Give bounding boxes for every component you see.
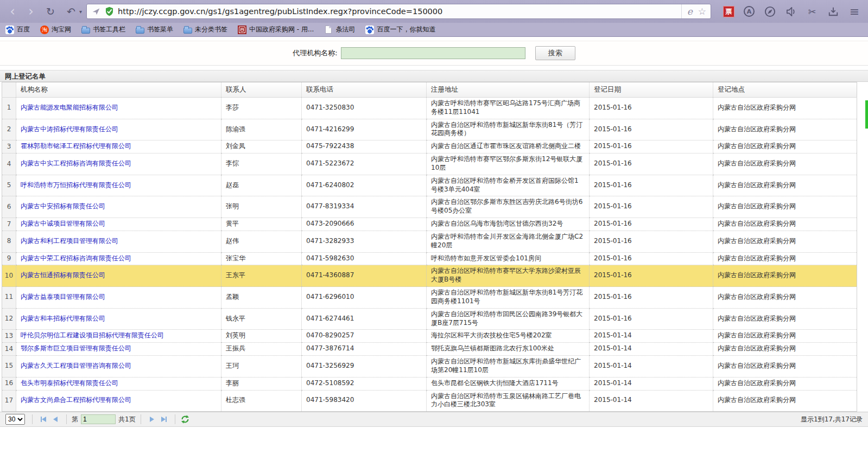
baidu-bookmark-icon: [365, 25, 374, 34]
download-icon[interactable]: [827, 5, 839, 17]
history-back-button[interactable]: ↶: [63, 1, 79, 22]
bookmark-item[interactable]: 条法司: [324, 25, 355, 34]
compass-icon[interactable]: [764, 5, 776, 17]
page-total-label: 共1页: [118, 415, 136, 424]
scissors-icon[interactable]: ✂: [806, 5, 818, 17]
table-row: 7 内蒙古中诚项目管理有限公司 黄平 0473-2090666 内蒙古自治区乌海…: [2, 218, 857, 231]
reader-mode-icon[interactable]: A: [744, 6, 755, 17]
org-name-link[interactable]: 鄂尔多斯市巨立项目管理有限责任公司: [21, 344, 131, 352]
bookmark-item[interactable]: 书签菜单: [136, 25, 173, 34]
org-name-link[interactable]: 内蒙古文尚鼎合工程招标代理有限公司: [21, 396, 131, 404]
contact-cell: 赵伟: [221, 231, 302, 252]
table-row: 10 内蒙古恒通招标有限责任公司 王东平 0471-4360887 内蒙古自治区…: [2, 265, 857, 287]
bookmark-item[interactable]: 百度一下，你就知道: [365, 25, 435, 34]
org-name-link[interactable]: 内蒙古中荣工程招标咨询有限责任公司: [21, 254, 131, 262]
org-name-link[interactable]: 呼和浩特市万恒招标代理有限责任公司: [21, 181, 131, 189]
phone-cell: 0471-6240802: [302, 175, 427, 196]
row-number: 5: [2, 175, 16, 196]
col-org-name: 机构名称: [16, 82, 221, 98]
bookmark-item[interactable]: 百度: [5, 25, 30, 34]
bookmark-item[interactable]: 书签工具栏: [81, 25, 125, 34]
org-name-cell: 内蒙古益泰项目管理有限公司: [16, 287, 221, 309]
folder-icon: [81, 28, 90, 34]
history-dropdown-caret[interactable]: ▾: [79, 9, 82, 15]
pagination-bar: 30 第 共1页 显示1到17,共17记录: [0, 412, 868, 427]
org-name-link[interactable]: 内蒙古中实工程招标咨询有限责任公司: [21, 159, 131, 167]
place-cell: 内蒙古自治区政府采购分网: [713, 343, 857, 356]
ie-view-icon[interactable]: e: [687, 6, 693, 17]
contact-cell: 杜志强: [221, 390, 302, 412]
contact-cell: 李丽: [221, 377, 302, 390]
menu-icon[interactable]: ≡: [848, 5, 860, 17]
date-cell: 2015-01-16: [590, 265, 713, 287]
org-name-link[interactable]: 内蒙古益泰项目管理有限公司: [21, 293, 105, 300]
contact-cell: 李悰: [221, 154, 302, 175]
row-number: 10: [2, 265, 16, 287]
place-cell: 内蒙古自治区政府采购分网: [713, 175, 857, 196]
org-name-link[interactable]: 包头市明泰招标代理有限责任公司: [21, 379, 118, 387]
url-text[interactable]: http://jczy.ccgp.gov.cn/gs1/gs1agentreg/…: [118, 7, 677, 16]
back-button[interactable]: ‹: [5, 1, 20, 22]
place-cell: 内蒙古自治区政府采购分网: [713, 252, 857, 265]
search-button[interactable]: 搜索: [535, 46, 575, 60]
org-name-link[interactable]: 内蒙古和利工程项目管理有限公司: [21, 237, 118, 245]
speaker-icon[interactable]: [785, 5, 797, 17]
org-name-link[interactable]: 内蒙古和丰招标代理有限公司: [21, 315, 105, 322]
prev-page-button[interactable]: [49, 414, 61, 425]
date-cell: 2015-01-16: [590, 231, 713, 252]
place-cell: 内蒙古自治区政府采购分网: [713, 196, 857, 218]
org-name-link[interactable]: 内蒙古久天工程项目管理咨询有限公司: [21, 362, 131, 369]
bookmark-item[interactable]: 未分类书签: [183, 25, 227, 34]
bookmark-item[interactable]: 中国政府采购网 - 用...: [238, 25, 314, 34]
org-name-link[interactable]: 呼伦贝尔明信工程建设项目招标代理有限责任公司: [21, 331, 164, 339]
org-name-link[interactable]: 霍林郭勒市铭泽工程招标代理有限公司: [21, 142, 131, 150]
row-number: 13: [2, 330, 16, 343]
org-name-link[interactable]: 内蒙古中涛招标代理有限责任公司: [21, 125, 118, 133]
bookmark-star-icon[interactable]: ☆: [698, 6, 706, 17]
org-name-cell: 鄂尔多斯市巨立项目管理有限责任公司: [16, 343, 221, 356]
bookmark-item[interactable]: 淘 淘宝网: [40, 25, 71, 34]
org-name-link[interactable]: 内蒙古中诚项目管理有限公司: [21, 220, 105, 227]
ccgp-site-icon: [238, 25, 246, 34]
row-number: 14: [2, 343, 16, 356]
phone-cell: 0477-3876714: [302, 343, 427, 356]
date-cell: 2015-01-16: [590, 218, 713, 231]
reload-list-icon[interactable]: [180, 414, 190, 424]
address-cell: 包头市昆都仑区钢铁大街恒隆大酒店1711号: [427, 377, 590, 390]
place-cell: 内蒙古自治区政府采购分网: [713, 98, 857, 119]
scrollbar-thumb[interactable]: [865, 100, 868, 129]
ticket-extension-icon[interactable]: 票: [723, 6, 734, 17]
org-name-link[interactable]: 内蒙古中安招标有限责任公司: [21, 202, 105, 210]
contact-cell: 孟颖: [221, 287, 302, 309]
next-page-button[interactable]: [146, 414, 158, 425]
url-bar[interactable]: http://jczy.ccgp.gov.cn/gs1/gs1agentreg/…: [86, 4, 711, 19]
contact-cell: 刘英明: [221, 330, 302, 343]
org-name-cell: 呼伦贝尔明信工程建设项目招标代理有限责任公司: [16, 330, 221, 343]
address-cell: 内蒙古自治区呼和浩特市新城区新华东街81号芳汀花园商务楼1101号: [427, 287, 590, 309]
place-cell: 内蒙古自治区政府采购分网: [713, 119, 857, 140]
row-number: 7: [2, 218, 16, 231]
page-number-input[interactable]: [81, 414, 116, 424]
date-cell: 2015-01-16: [590, 175, 713, 196]
table-row: 6 内蒙古中安招标有限责任公司 张明 0477-8319334 内蒙古自治区鄂尔…: [2, 196, 857, 218]
org-name-link[interactable]: 内蒙古能源发电聚能招标有限公司: [21, 104, 118, 111]
table-row: 3 霍林郭勒市铭泽工程招标代理有限公司 刘金凤 0475-7922438 内蒙古…: [2, 140, 857, 154]
bookmark-label: 百度一下，你就知道: [377, 25, 435, 34]
date-cell: 2015-01-16: [590, 119, 713, 140]
refresh-button[interactable]: ↻: [42, 1, 59, 22]
agency-name-input[interactable]: [341, 47, 525, 59]
org-name-link[interactable]: 内蒙古恒通招标有限责任公司: [21, 271, 105, 279]
page-size-select[interactable]: 30: [5, 414, 25, 425]
org-name-cell: 包头市明泰招标代理有限责任公司: [16, 377, 221, 390]
phone-cell: 0471-3282933: [302, 231, 427, 252]
first-page-button[interactable]: [37, 414, 49, 425]
org-name-cell: 内蒙古中安招标有限责任公司: [16, 196, 221, 218]
row-number: 3: [2, 140, 16, 154]
toolbar-icon-group: 票 A ✂ ≡: [723, 5, 860, 17]
org-name-cell: 内蒙古中实工程招标咨询有限责任公司: [16, 154, 221, 175]
table-row: 5 呼和浩特市万恒招标代理有限责任公司 赵磊 0471-6240802 内蒙古自…: [2, 175, 857, 196]
forward-button[interactable]: ›: [24, 1, 38, 22]
row-number: 17: [2, 390, 16, 412]
place-cell: 内蒙古自治区政府采购分网: [713, 154, 857, 175]
last-page-button[interactable]: [158, 414, 170, 425]
